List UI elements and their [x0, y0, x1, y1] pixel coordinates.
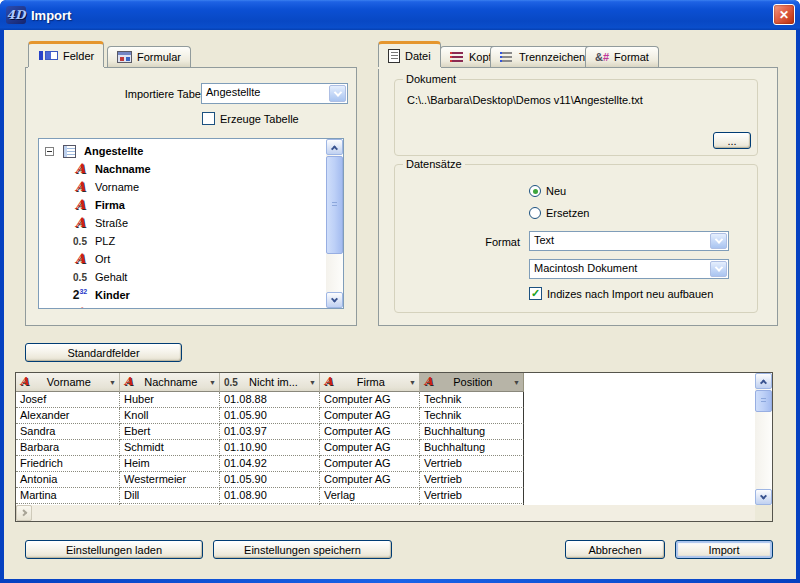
- tree-scrollbar[interactable]: [326, 139, 343, 308]
- tree-item-position[interactable]: A Position: [39, 304, 326, 308]
- tree-item-label: Kinder: [95, 289, 130, 301]
- cancel-label: Abbrechen: [588, 544, 641, 556]
- cancel-button[interactable]: Abbrechen: [565, 540, 665, 559]
- import-table-select[interactable]: Angestellte: [201, 83, 348, 104]
- checkbox-checked[interactable]: ✓: [529, 287, 542, 300]
- tab-format-label: Format: [614, 51, 649, 63]
- column-header-nicht-importieren[interactable]: 0.5 Nicht im... ▼: [220, 373, 320, 392]
- tab-kopf-label: Kopf: [469, 51, 492, 63]
- cell: Vertrieb: [420, 456, 524, 472]
- browse-button[interactable]: ...: [713, 132, 751, 149]
- tree-item-gehalt[interactable]: 0.5 Gehalt: [39, 268, 326, 286]
- import-label: Import: [708, 544, 739, 556]
- encoding-select[interactable]: Macintosh Dokument: [529, 259, 729, 279]
- tree-item-label: Firma: [95, 199, 125, 211]
- cell: Buchhaltung: [420, 440, 524, 456]
- title-bar[interactable]: 4D Import ✕: [0, 0, 800, 30]
- tab-formular[interactable]: Formular: [107, 46, 191, 67]
- tree-item-nachname[interactable]: A Nachname: [39, 160, 326, 178]
- cell: Barbara: [16, 440, 120, 456]
- fields-panel: Importiere Tabelle: Angestellte Erzeuge …: [25, 67, 357, 326]
- load-settings-button[interactable]: Einstellungen laden: [25, 540, 203, 559]
- fields-tree: Angestellte A Nachname A Vorname A Firma: [38, 138, 344, 309]
- column-header-nachname[interactable]: A Nachname ▼: [120, 373, 220, 392]
- tab-datei[interactable]: Datei: [378, 41, 441, 67]
- tree-scroll-thumb[interactable]: [326, 156, 343, 254]
- table-row[interactable]: Friedrich Heim 01.04.92 Computer AG Vert…: [16, 456, 526, 472]
- tree-item-plz[interactable]: 0.5 PLZ: [39, 232, 326, 250]
- tree-root-label: Angestellte: [84, 145, 143, 157]
- alpha-field-icon: A: [75, 199, 85, 211]
- column-header-vorname[interactable]: A Vorname ▼: [16, 373, 120, 392]
- preview-table-header: A Vorname ▼ A Nachname ▼ 0.5 Nicht im...…: [16, 373, 524, 392]
- table-row[interactable]: Alexander Knoll 01.05.90 Computer AG Tec…: [16, 408, 526, 424]
- close-button[interactable]: ✕: [773, 4, 795, 25]
- cell: Technik: [420, 392, 524, 408]
- table-horizontal-scrollbar[interactable]: [16, 505, 755, 521]
- sort-arrow-icon[interactable]: ▼: [513, 379, 520, 386]
- import-button[interactable]: Import: [675, 540, 773, 559]
- document-icon: [388, 49, 400, 63]
- cell: Sandra: [16, 424, 120, 440]
- scroll-right-icon[interactable]: [16, 505, 32, 521]
- column-label: Vorname: [32, 376, 107, 388]
- radio-unselected-icon[interactable]: [529, 207, 541, 219]
- sort-arrow-icon[interactable]: ▼: [109, 379, 116, 386]
- table-row[interactable]: Sandra Ebert 01.03.97 Computer AG Buchha…: [16, 424, 526, 440]
- table-row[interactable]: Josef Huber 01.08.88 Computer AG Technik: [16, 392, 526, 408]
- cell: Heim: [120, 456, 220, 472]
- scroll-down-icon[interactable]: [755, 489, 772, 505]
- tab-felder[interactable]: Felder: [28, 41, 104, 67]
- chevron-down-icon[interactable]: [710, 233, 727, 249]
- table-row[interactable]: Antonia Westermeier 01.05.90 Computer AG…: [16, 472, 526, 488]
- tab-format[interactable]: &# Format: [585, 46, 659, 67]
- cell: Westermeier: [120, 472, 220, 488]
- save-settings-button[interactable]: Einstellungen speichern: [213, 540, 392, 559]
- scroll-down-icon[interactable]: [326, 292, 343, 308]
- tree-item-kinder[interactable]: 232 Kinder: [39, 286, 326, 304]
- checkbox-unchecked[interactable]: [202, 112, 215, 125]
- form-icon: [117, 51, 132, 63]
- format-symbols-icon: &#: [595, 51, 609, 63]
- encoding-value: Macintosh Dokument: [530, 260, 709, 278]
- document-group-label: Dokument: [403, 73, 459, 85]
- standard-fields-button[interactable]: Standardfelder: [25, 343, 182, 362]
- records-group-label: Datensätze: [403, 158, 465, 170]
- table-row[interactable]: Martina Dill 01.08.90 Verlag Vertrieb: [16, 488, 526, 504]
- sort-arrow-icon[interactable]: ▼: [409, 379, 416, 386]
- tab-trennzeichen-label: Trennzeichen: [519, 51, 585, 63]
- load-settings-label: Einstellungen laden: [66, 544, 162, 556]
- collapse-icon[interactable]: [45, 147, 54, 156]
- table-row[interactable]: Barbara Schmidt 01.10.90 Computer AG Buc…: [16, 440, 526, 456]
- cell: Ebert: [120, 424, 220, 440]
- radio-new[interactable]: Neu: [529, 185, 566, 197]
- chevron-down-icon[interactable]: [329, 85, 346, 102]
- scroll-up-icon[interactable]: [755, 373, 772, 389]
- tree-item-strasse[interactable]: A Straße: [39, 214, 326, 232]
- sort-arrow-icon[interactable]: ▼: [309, 379, 316, 386]
- column-header-firma[interactable]: A Firma ▼: [320, 373, 420, 392]
- table-scroll-thumb[interactable]: [755, 390, 772, 412]
- scroll-up-icon[interactable]: [326, 139, 343, 155]
- tree-item-firma[interactable]: A Firma: [39, 196, 326, 214]
- tree-item-vorname[interactable]: A Vorname: [39, 178, 326, 196]
- cell: Computer AG: [320, 472, 420, 488]
- rebuild-indexes-checkbox[interactable]: ✓ Indizes nach Import neu aufbauen: [529, 287, 713, 300]
- tree-item-label: Vorname: [95, 181, 139, 193]
- format-label: Format: [440, 236, 520, 248]
- column-header-position[interactable]: A Position ▼: [420, 373, 524, 392]
- import-table-value: Angestellte: [202, 84, 328, 103]
- radio-replace[interactable]: Ersetzen: [529, 207, 589, 219]
- create-table-checkbox[interactable]: Erzeuge Tabelle: [202, 112, 299, 125]
- cell: Technik: [420, 408, 524, 424]
- save-settings-label: Einstellungen speichern: [244, 544, 361, 556]
- cell: 01.10.90: [220, 440, 320, 456]
- tree-item-ort[interactable]: A Ort: [39, 250, 326, 268]
- format-select[interactable]: Text: [529, 231, 729, 251]
- table-vertical-scrollbar[interactable]: [755, 373, 772, 505]
- tree-root-angestellte[interactable]: Angestellte: [39, 142, 326, 160]
- tab-trennzeichen[interactable]: Trennzeichen: [490, 46, 595, 67]
- sort-arrow-icon[interactable]: ▼: [209, 379, 216, 386]
- radio-selected-icon[interactable]: [529, 185, 541, 197]
- chevron-down-icon[interactable]: [710, 261, 727, 277]
